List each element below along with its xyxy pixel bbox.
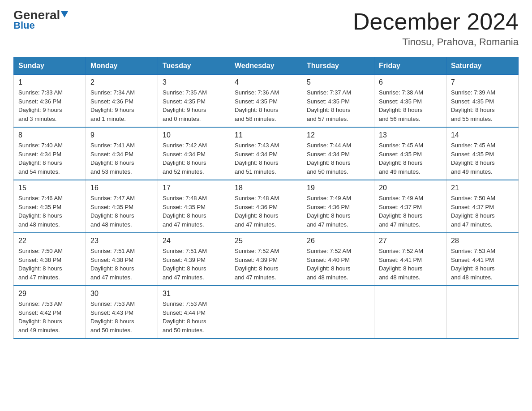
calendar-week-row: 1Sunrise: 7:33 AMSunset: 4:36 PMDaylight… [14, 75, 519, 128]
logo-blue: Blue [13, 20, 35, 31]
calendar-cell: 30Sunrise: 7:53 AMSunset: 4:43 PMDayligh… [86, 286, 158, 338]
day-info: Sunrise: 7:49 AMSunset: 4:37 PMDaylight:… [379, 194, 442, 229]
day-info: Sunrise: 7:33 AMSunset: 4:36 PMDaylight:… [18, 88, 81, 123]
day-info: Sunrise: 7:34 AMSunset: 4:36 PMDaylight:… [90, 88, 153, 123]
calendar-cell: 28Sunrise: 7:53 AMSunset: 4:41 PMDayligh… [446, 233, 519, 286]
day-info: Sunrise: 7:38 AMSunset: 4:35 PMDaylight:… [379, 88, 442, 123]
day-number: 13 [379, 131, 442, 139]
day-number: 22 [18, 237, 81, 245]
month-title: December 2024 [353, 9, 519, 34]
day-number: 16 [90, 184, 153, 192]
day-number: 8 [18, 131, 81, 139]
day-info: Sunrise: 7:40 AMSunset: 4:34 PMDaylight:… [18, 141, 81, 176]
calendar-cell: 11Sunrise: 7:43 AMSunset: 4:34 PMDayligh… [230, 127, 302, 180]
day-info: Sunrise: 7:50 AMSunset: 4:38 PMDaylight:… [18, 247, 81, 282]
calendar-cell: 6Sunrise: 7:38 AMSunset: 4:35 PMDaylight… [374, 75, 446, 128]
calendar-cell: 18Sunrise: 7:48 AMSunset: 4:36 PMDayligh… [230, 180, 302, 233]
day-info: Sunrise: 7:52 AMSunset: 4:39 PMDaylight:… [235, 247, 297, 282]
day-info: Sunrise: 7:52 AMSunset: 4:40 PMDaylight:… [307, 247, 369, 282]
calendar-cell: 26Sunrise: 7:52 AMSunset: 4:40 PMDayligh… [302, 233, 374, 286]
day-info: Sunrise: 7:51 AMSunset: 4:39 PMDaylight:… [163, 247, 225, 282]
calendar-cell: 13Sunrise: 7:45 AMSunset: 4:35 PMDayligh… [374, 127, 446, 180]
day-info: Sunrise: 7:53 AMSunset: 4:41 PMDaylight:… [451, 247, 514, 282]
calendar-cell [230, 286, 302, 338]
calendar-cell: 15Sunrise: 7:46 AMSunset: 4:35 PMDayligh… [14, 180, 86, 233]
day-number: 30 [90, 290, 153, 298]
calendar-cell: 7Sunrise: 7:39 AMSunset: 4:35 PMDaylight… [446, 75, 519, 128]
day-number: 17 [163, 184, 225, 192]
calendar-cell: 22Sunrise: 7:50 AMSunset: 4:38 PMDayligh… [14, 233, 86, 286]
day-number: 4 [235, 78, 297, 86]
day-info: Sunrise: 7:48 AMSunset: 4:36 PMDaylight:… [235, 194, 297, 229]
day-info: Sunrise: 7:51 AMSunset: 4:38 PMDaylight:… [90, 247, 153, 282]
day-number: 10 [163, 131, 225, 139]
calendar-cell: 21Sunrise: 7:50 AMSunset: 4:37 PMDayligh… [446, 180, 519, 233]
day-number: 15 [18, 184, 81, 192]
calendar-cell: 27Sunrise: 7:52 AMSunset: 4:41 PMDayligh… [374, 233, 446, 286]
day-number: 20 [379, 184, 442, 192]
day-of-week-header: Wednesday [230, 57, 302, 75]
calendar-cell: 5Sunrise: 7:37 AMSunset: 4:35 PMDaylight… [302, 75, 374, 128]
day-info: Sunrise: 7:43 AMSunset: 4:34 PMDaylight:… [235, 141, 297, 176]
day-number: 27 [379, 237, 442, 245]
day-number: 25 [235, 237, 297, 245]
day-info: Sunrise: 7:47 AMSunset: 4:35 PMDaylight:… [90, 194, 153, 229]
day-number: 31 [163, 290, 225, 298]
calendar-week-row: 22Sunrise: 7:50 AMSunset: 4:38 PMDayligh… [14, 233, 519, 286]
day-number: 2 [90, 78, 153, 86]
day-info: Sunrise: 7:50 AMSunset: 4:37 PMDaylight:… [451, 194, 514, 229]
calendar-cell: 3Sunrise: 7:35 AMSunset: 4:35 PMDaylight… [158, 75, 230, 128]
day-of-week-header: Saturday [446, 57, 519, 75]
day-info: Sunrise: 7:35 AMSunset: 4:35 PMDaylight:… [163, 88, 225, 123]
calendar-cell: 29Sunrise: 7:53 AMSunset: 4:42 PMDayligh… [14, 286, 86, 338]
day-number: 3 [163, 78, 225, 86]
day-info: Sunrise: 7:53 AMSunset: 4:42 PMDaylight:… [18, 300, 81, 334]
calendar-cell: 31Sunrise: 7:53 AMSunset: 4:44 PMDayligh… [158, 286, 230, 338]
day-number: 24 [163, 237, 225, 245]
calendar-cell: 12Sunrise: 7:44 AMSunset: 4:34 PMDayligh… [302, 127, 374, 180]
title-section: December 2024 Tinosu, Prahova, Romania [353, 9, 519, 48]
calendar-cell: 24Sunrise: 7:51 AMSunset: 4:39 PMDayligh… [158, 233, 230, 286]
day-number: 5 [307, 78, 369, 86]
calendar-header-row: SundayMondayTuesdayWednesdayThursdayFrid… [14, 57, 519, 75]
calendar-table: SundayMondayTuesdayWednesdayThursdayFrid… [13, 57, 519, 339]
day-of-week-header: Sunday [14, 57, 86, 75]
logo: General Blue [13, 9, 68, 31]
page-header: General Blue December 2024 Tinosu, Praho… [13, 9, 519, 48]
day-number: 1 [18, 78, 81, 86]
day-number: 18 [235, 184, 297, 192]
day-number: 21 [451, 184, 514, 192]
day-number: 9 [90, 131, 153, 139]
calendar-cell [374, 286, 446, 338]
calendar-cell: 25Sunrise: 7:52 AMSunset: 4:39 PMDayligh… [230, 233, 302, 286]
logo-triangle-icon [61, 11, 68, 17]
day-info: Sunrise: 7:36 AMSunset: 4:35 PMDaylight:… [235, 88, 297, 123]
calendar-cell: 10Sunrise: 7:42 AMSunset: 4:34 PMDayligh… [158, 127, 230, 180]
day-info: Sunrise: 7:39 AMSunset: 4:35 PMDaylight:… [451, 88, 514, 123]
calendar-cell: 20Sunrise: 7:49 AMSunset: 4:37 PMDayligh… [374, 180, 446, 233]
day-info: Sunrise: 7:41 AMSunset: 4:34 PMDaylight:… [90, 141, 153, 176]
calendar-week-row: 29Sunrise: 7:53 AMSunset: 4:42 PMDayligh… [14, 286, 519, 338]
location: Tinosu, Prahova, Romania [353, 36, 519, 48]
day-of-week-header: Tuesday [158, 57, 230, 75]
calendar-cell [302, 286, 374, 338]
day-info: Sunrise: 7:45 AMSunset: 4:35 PMDaylight:… [379, 141, 442, 176]
day-number: 28 [451, 237, 514, 245]
day-number: 12 [307, 131, 369, 139]
day-number: 23 [90, 237, 153, 245]
calendar-cell [446, 286, 519, 338]
calendar-week-row: 15Sunrise: 7:46 AMSunset: 4:35 PMDayligh… [14, 180, 519, 233]
day-info: Sunrise: 7:46 AMSunset: 4:35 PMDaylight:… [18, 194, 81, 229]
calendar-cell: 1Sunrise: 7:33 AMSunset: 4:36 PMDaylight… [14, 75, 86, 128]
calendar-cell: 8Sunrise: 7:40 AMSunset: 4:34 PMDaylight… [14, 127, 86, 180]
day-number: 26 [307, 237, 369, 245]
calendar-cell: 14Sunrise: 7:45 AMSunset: 4:35 PMDayligh… [446, 127, 519, 180]
day-number: 29 [18, 290, 81, 298]
calendar-cell: 23Sunrise: 7:51 AMSunset: 4:38 PMDayligh… [86, 233, 158, 286]
calendar-cell: 2Sunrise: 7:34 AMSunset: 4:36 PMDaylight… [86, 75, 158, 128]
day-of-week-header: Thursday [302, 57, 374, 75]
day-number: 7 [451, 78, 514, 86]
day-info: Sunrise: 7:53 AMSunset: 4:44 PMDaylight:… [163, 300, 225, 334]
day-number: 11 [235, 131, 297, 139]
calendar-week-row: 8Sunrise: 7:40 AMSunset: 4:34 PMDaylight… [14, 127, 519, 180]
